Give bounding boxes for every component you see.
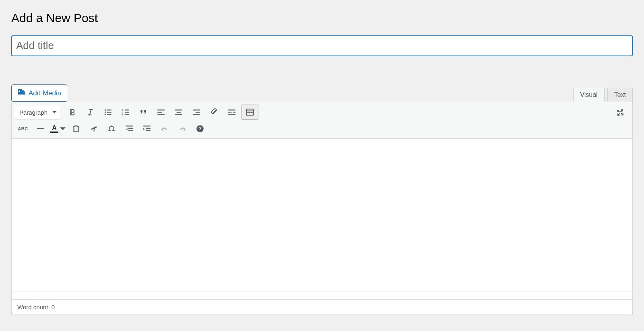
indent-icon bbox=[142, 124, 151, 133]
text-color-icon: A bbox=[50, 125, 58, 133]
fullscreen-button[interactable] bbox=[612, 105, 628, 120]
undo-button[interactable] bbox=[157, 121, 173, 136]
bold-icon bbox=[68, 108, 77, 117]
outdent-button[interactable] bbox=[121, 121, 137, 136]
italic-button[interactable] bbox=[82, 105, 98, 119]
toolbar-row-1: Paragraph bbox=[15, 105, 629, 120]
status-bar: Word count: 0 bbox=[12, 299, 632, 315]
align-left-icon bbox=[157, 108, 165, 117]
strikethrough-icon: ABC bbox=[18, 126, 28, 131]
clipboard-icon bbox=[72, 124, 80, 133]
strikethrough-button[interactable]: ABC bbox=[15, 121, 31, 136]
align-right-button[interactable] bbox=[188, 105, 204, 119]
number-list-button[interactable] bbox=[118, 105, 134, 119]
blockquote-button[interactable] bbox=[135, 105, 151, 119]
help-icon bbox=[196, 124, 204, 133]
redo-icon bbox=[178, 124, 187, 133]
editor-container: Paragraph ABC A bbox=[11, 102, 633, 315]
outdent-icon bbox=[125, 124, 134, 133]
tab-text[interactable]: Text bbox=[607, 88, 633, 102]
fullscreen-icon bbox=[616, 108, 625, 117]
post-title-input[interactable] bbox=[11, 35, 633, 56]
horizontal-rule-icon bbox=[36, 124, 45, 133]
clear-formatting-button[interactable] bbox=[86, 121, 102, 136]
read-more-button[interactable] bbox=[224, 105, 240, 119]
format-select[interactable]: Paragraph bbox=[15, 105, 60, 119]
help-button[interactable] bbox=[192, 121, 208, 136]
special-character-button[interactable] bbox=[103, 121, 120, 136]
number-list-icon bbox=[121, 108, 130, 117]
camera-music-icon bbox=[17, 88, 25, 98]
eraser-icon bbox=[89, 124, 98, 133]
align-center-icon bbox=[174, 108, 183, 117]
paste-text-button[interactable] bbox=[68, 121, 84, 136]
editor-toolbar: Paragraph ABC A bbox=[12, 102, 632, 139]
chevron-down-icon bbox=[59, 124, 66, 133]
word-count-value: 0 bbox=[52, 304, 55, 310]
align-left-button[interactable] bbox=[153, 105, 169, 119]
page-title: Add a New Post bbox=[11, 11, 633, 25]
undo-icon bbox=[160, 124, 169, 133]
bold-button[interactable] bbox=[64, 105, 80, 119]
redo-button[interactable] bbox=[174, 121, 190, 136]
word-count-label: Word count: bbox=[17, 304, 52, 310]
text-color-button[interactable]: A bbox=[50, 121, 66, 136]
bullet-list-icon bbox=[103, 108, 112, 117]
content-editor[interactable] bbox=[12, 139, 632, 292]
read-more-icon bbox=[227, 108, 236, 117]
italic-icon bbox=[86, 108, 95, 117]
align-right-icon bbox=[192, 108, 201, 117]
omega-icon bbox=[107, 124, 116, 133]
bullet-list-button[interactable] bbox=[100, 105, 116, 119]
link-button[interactable] bbox=[206, 105, 222, 119]
toolbar-toggle-button[interactable] bbox=[242, 105, 258, 120]
indent-button[interactable] bbox=[139, 121, 155, 136]
link-icon bbox=[210, 108, 219, 117]
add-media-button[interactable]: Add Media bbox=[11, 84, 67, 102]
horizontal-rule-button[interactable] bbox=[33, 121, 49, 136]
add-media-label: Add Media bbox=[29, 89, 61, 97]
tab-visual[interactable]: Visual bbox=[573, 88, 604, 102]
blockquote-icon bbox=[139, 108, 148, 117]
toolbar-row-2: ABC A bbox=[15, 121, 629, 136]
resize-handle[interactable] bbox=[12, 292, 632, 299]
editor-mode-tabs: Visual Text bbox=[573, 88, 633, 102]
keyboard-icon bbox=[246, 108, 254, 117]
align-center-button[interactable] bbox=[171, 105, 187, 119]
